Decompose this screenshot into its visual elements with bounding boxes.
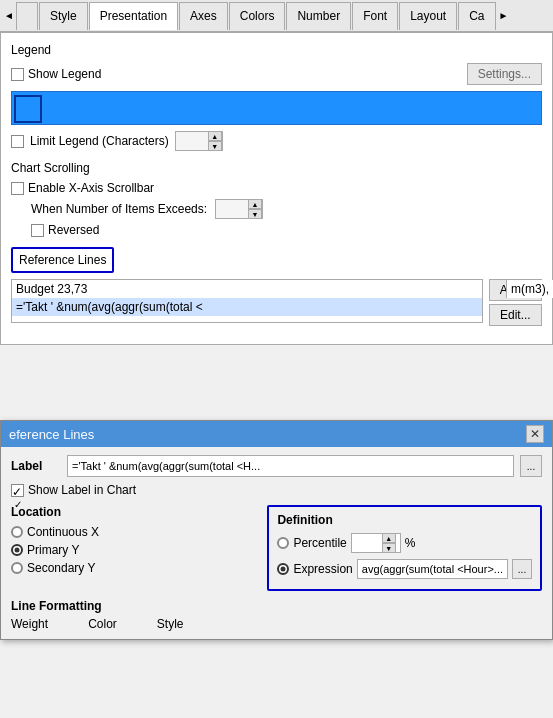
percent-sign: % [405, 536, 416, 550]
settings-button[interactable]: Settings... [467, 63, 542, 85]
legend-title: Legend [11, 43, 542, 57]
reference-lines-box: Reference Lines [11, 247, 114, 273]
continuous-x-row[interactable]: Continuous X [11, 525, 257, 539]
location-title: Location [11, 505, 257, 519]
percentile-arrows: ▲ ▼ [382, 533, 396, 553]
limit-legend-checkbox[interactable] [11, 135, 24, 148]
exceeds-spinbox[interactable]: 10 ▲ ▼ [215, 199, 263, 219]
chart-scrolling-section: Chart Scrolling Enable X-Axis Scrollbar … [11, 161, 542, 237]
primary-y-radio[interactable] [11, 544, 23, 556]
legend-section: Legend Show Legend Settings... Limit Leg… [11, 43, 542, 151]
expression-btn[interactable]: ... [512, 559, 532, 579]
exceeds-input[interactable]: 10 [216, 202, 248, 216]
expression-value: avg(aggr(sum(total <Hour>... [362, 563, 503, 575]
exceeds-up[interactable]: ▲ [248, 199, 262, 209]
tab-axes[interactable]: Axes [179, 2, 228, 30]
tab-empty[interactable] [16, 2, 38, 30]
show-label-checkbox[interactable]: ✓ [11, 484, 24, 497]
tab-style[interactable]: Style [39, 2, 88, 30]
limit-legend-input[interactable]: 15 [176, 134, 208, 148]
overflow-text: m(m3), [506, 280, 553, 298]
reference-lines-list: Budget 23,73 ='Takt ' &num(avg(aggr(sum(… [11, 279, 483, 323]
line-formatting-labels: Weight Color Style [11, 617, 542, 631]
primary-y-row[interactable]: Primary Y [11, 543, 257, 557]
limit-legend-row: Limit Legend (Characters) 15 ▲ ▼ [11, 131, 542, 151]
expression-row: Expression avg(aggr(sum(total <Hour>... … [277, 559, 532, 579]
spinbox-down[interactable]: ▼ [208, 141, 222, 151]
exceeds-spinbox-arrows: ▲ ▼ [248, 199, 262, 219]
exceeds-down[interactable]: ▼ [248, 209, 262, 219]
reference-lines-section: Reference Lines Budget 23,73 ='Takt ' &n… [11, 247, 542, 326]
secondary-y-radio[interactable] [11, 562, 23, 574]
primary-y-label: Primary Y [27, 543, 79, 557]
tab-colors[interactable]: Colors [229, 2, 286, 30]
tab-number[interactable]: Number [286, 2, 351, 30]
show-label-row: ✓ Show Label in Chart [11, 483, 542, 497]
secondary-y-row[interactable]: Secondary Y [11, 561, 257, 575]
ref-line-item-2[interactable]: ='Takt ' &num(avg(aggr(sum(total < [12, 298, 482, 316]
percentile-radio[interactable] [277, 537, 289, 549]
main-panel: Legend Show Legend Settings... Limit Leg… [0, 32, 553, 345]
continuous-x-radio[interactable] [11, 526, 23, 538]
tab-layout[interactable]: Layout [399, 2, 457, 30]
dialog-body: Label ='Takt ' &num(avg(aggr(sum(total <… [1, 447, 552, 639]
percentile-spinbox[interactable]: 0 ▲ ▼ [351, 533, 401, 553]
show-label-text: Show Label in Chart [28, 483, 136, 497]
tab-scroll-left[interactable]: ◄ [2, 6, 16, 26]
spinbox-up[interactable]: ▲ [208, 131, 222, 141]
show-legend-checkbox[interactable] [11, 68, 24, 81]
reversed-label: Reversed [48, 223, 99, 237]
tab-ca[interactable]: Ca [458, 2, 495, 30]
continuous-x-label: Continuous X [27, 525, 99, 539]
percentile-row: Percentile 0 ▲ ▼ % [277, 533, 532, 553]
legend-bar-inner [14, 95, 42, 123]
label-text-field[interactable]: ='Takt ' &num(avg(aggr(sum(total <H... [67, 455, 514, 477]
tab-scroll-right[interactable]: ► [497, 6, 511, 26]
dialog-label-section: Label ='Takt ' &num(avg(aggr(sum(total <… [11, 455, 542, 477]
style-label: Style [157, 617, 184, 631]
expression-radio[interactable] [277, 563, 289, 575]
label-field-value: ='Takt ' &num(avg(aggr(sum(total <H... [72, 460, 260, 472]
tab-font[interactable]: Font [352, 2, 398, 30]
label-field-btn[interactable]: ... [520, 455, 542, 477]
tab-presentation[interactable]: Presentation [89, 2, 178, 30]
definition-title: Definition [277, 513, 532, 527]
legend-bar [11, 91, 542, 125]
percentile-label: Percentile [293, 536, 346, 550]
reversed-row: Reversed [31, 223, 542, 237]
dialog-titlebar: eference Lines ✕ [1, 421, 552, 447]
percentile-input[interactable]: 0 [352, 536, 382, 550]
dialog-close-button[interactable]: ✕ [526, 425, 544, 443]
edit-button[interactable]: Edit... [489, 304, 542, 326]
dialog-title: eference Lines [9, 427, 94, 442]
percentile-up[interactable]: ▲ [382, 533, 396, 543]
expression-field[interactable]: avg(aggr(sum(total <Hour>... [357, 559, 508, 579]
enable-scrollbar-label[interactable]: Enable X-Axis Scrollbar [11, 181, 542, 195]
expression-label: Expression [293, 562, 352, 576]
dialog-two-col: Location Continuous X Primary Y Secondar… [11, 505, 542, 591]
percentile-down[interactable]: ▼ [382, 543, 396, 553]
reversed-checkbox[interactable] [31, 224, 44, 237]
location-section: Location Continuous X Primary Y Secondar… [11, 505, 257, 591]
reference-lines-dialog: eference Lines ✕ Label ='Takt ' &num(avg… [0, 420, 553, 640]
line-formatting-title: Line Formatting [11, 599, 102, 613]
limit-legend-label: Limit Legend (Characters) [30, 134, 169, 148]
color-label: Color [88, 617, 117, 631]
enable-scrollbar-text: Enable X-Axis Scrollbar [28, 181, 154, 195]
label-field-label: Label [11, 459, 61, 473]
ref-line-item-1[interactable]: Budget 23,73 [12, 280, 482, 298]
show-legend-label[interactable]: Show Legend [11, 67, 101, 81]
reference-lines-title: Reference Lines [19, 253, 106, 267]
secondary-y-label: Secondary Y [27, 561, 96, 575]
definition-section: Definition Percentile 0 ▲ ▼ % [267, 505, 542, 591]
enable-scrollbar-checkbox[interactable] [11, 182, 24, 195]
weight-label: Weight [11, 617, 48, 631]
spinbox-arrows: ▲ ▼ [208, 131, 222, 151]
tab-bar: ◄ Style Presentation Axes Colors Number … [0, 0, 553, 32]
line-formatting-section: Line Formatting [11, 599, 542, 613]
chart-scrolling-title: Chart Scrolling [11, 161, 542, 175]
when-number-row: When Number of Items Exceeds: 10 ▲ ▼ [31, 199, 542, 219]
when-exceeds-label: When Number of Items Exceeds: [31, 202, 207, 216]
limit-legend-spinbox[interactable]: 15 ▲ ▼ [175, 131, 223, 151]
